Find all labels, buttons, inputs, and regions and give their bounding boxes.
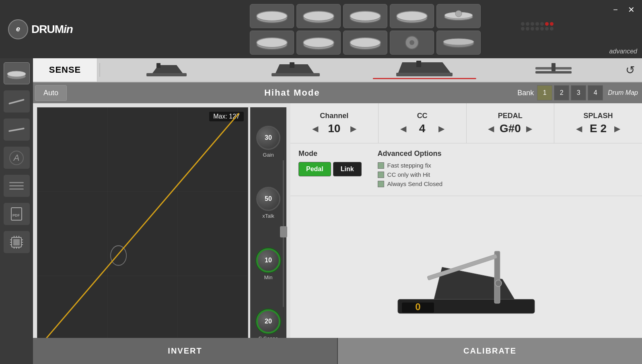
pedal-prev[interactable]: ◀: [488, 124, 494, 133]
svg-point-7: [397, 11, 427, 21]
svg-point-57: [111, 245, 126, 265]
pedal-next[interactable]: ▶: [526, 124, 532, 133]
cc-value: 4: [410, 122, 434, 135]
title-bar: e DRUMin: [0, 0, 642, 58]
svg-line-58: [37, 113, 239, 349]
sidebar-item-stick2[interactable]: [4, 119, 30, 141]
svg-rect-64: [494, 251, 500, 303]
sidebar-item-pdf[interactable]: PDF: [4, 203, 30, 225]
drum-pad-10[interactable]: [436, 31, 481, 55]
drum-pads-row1: [250, 4, 481, 28]
tab-instrument-1[interactable]: [102, 61, 231, 79]
ssense-knob[interactable]: 20: [256, 309, 280, 333]
tab-instrument-4[interactable]: [489, 61, 618, 79]
xtalk-knob[interactable]: 50: [256, 187, 280, 211]
cc-label: CC: [417, 112, 428, 120]
params-row: Channel ◀ 10 ▶ CC ◀ 4 ▶: [290, 103, 642, 143]
send-closed-option: Always Send Closed: [378, 180, 634, 187]
bank-button-3[interactable]: 3: [571, 85, 586, 100]
splash-label: SPLASH: [584, 112, 613, 120]
svg-rect-46: [290, 62, 294, 68]
drum-pad-4[interactable]: [390, 4, 434, 28]
channel-prev[interactable]: ◀: [312, 124, 318, 133]
gain-knob[interactable]: 30: [256, 126, 280, 150]
drum-pad-2[interactable]: [296, 4, 341, 28]
svg-point-20: [443, 39, 474, 45]
cc-hit-checkbox[interactable]: [378, 172, 384, 178]
fast-step-option: Fast stepping fix: [378, 162, 634, 169]
splash-prev[interactable]: ◀: [576, 124, 582, 133]
xtalk-knob-group: 50 xTalk: [256, 187, 280, 219]
close-button[interactable]: ✕: [628, 5, 635, 14]
splash-value: E 2: [586, 122, 610, 135]
content-area: Max: 127: [33, 103, 642, 364]
right-panel: SENSE: [33, 58, 642, 364]
channel-next[interactable]: ▶: [350, 124, 356, 133]
pedal-mode-button[interactable]: Pedal: [298, 162, 331, 176]
svg-point-3: [303, 11, 334, 21]
logo-icon: e: [8, 19, 28, 39]
min-knob-group: 10 Min: [256, 248, 280, 280]
bank-button-2[interactable]: 2: [554, 85, 569, 100]
minimize-button[interactable]: −: [613, 5, 618, 14]
splash-next[interactable]: ▶: [614, 124, 620, 133]
fast-step-checkbox[interactable]: [378, 162, 384, 169]
cc-prev[interactable]: ◀: [400, 124, 406, 133]
svg-rect-44: [272, 73, 320, 76]
svg-point-22: [7, 71, 26, 77]
link-mode-button[interactable]: Link: [333, 162, 362, 176]
curve-canvas[interactable]: Max: 127: [37, 107, 248, 360]
send-closed-checkbox[interactable]: [378, 181, 384, 187]
sidebar-item-chip[interactable]: [4, 231, 30, 253]
drum-pad-1[interactable]: [250, 4, 294, 28]
fast-step-label: Fast stepping fix: [387, 162, 431, 169]
cc-hit-option: CC only with Hit: [378, 171, 634, 178]
svg-rect-28: [13, 239, 20, 245]
channel-group: Channel ◀ 10 ▶: [290, 103, 379, 143]
sidebar-item-drum[interactable]: [4, 62, 30, 84]
drum-pad-7[interactable]: [296, 31, 341, 55]
bank-button-4[interactable]: 4: [588, 85, 603, 100]
bank-button-1[interactable]: 1: [537, 85, 552, 100]
gain-label: Gain: [263, 152, 274, 158]
drum-pad-8[interactable]: [343, 31, 387, 55]
drum-pad-9[interactable]: [390, 31, 434, 55]
right-content: Channel ◀ 10 ▶ CC ◀ 4 ▶: [290, 103, 642, 364]
cc-next[interactable]: ▶: [438, 124, 444, 133]
sidebar-item-a[interactable]: A: [4, 147, 30, 169]
invert-button[interactable]: INVERT: [33, 338, 338, 364]
svg-rect-49: [416, 61, 421, 67]
tab-sense[interactable]: SENSE: [33, 58, 97, 82]
auto-button[interactable]: Auto: [35, 85, 67, 101]
svg-rect-47: [396, 73, 453, 76]
svg-point-5: [350, 11, 381, 21]
svg-rect-43: [156, 63, 160, 68]
min-knob[interactable]: 10: [256, 248, 280, 272]
drum-pads-row2: [250, 31, 481, 55]
drum-pads-area: [88, 0, 642, 59]
reset-button[interactable]: ↺: [618, 63, 642, 77]
logo-area: e DRUMin: [0, 19, 88, 39]
drum-pad-5[interactable]: [436, 4, 481, 28]
bottom-bar: INVERT CALIBRATE: [33, 338, 642, 364]
curve-container: Max: 127: [33, 103, 290, 364]
bank-label: Bank: [517, 89, 534, 97]
splash-group: SPLASH ◀ E 2 ▶: [554, 103, 642, 143]
hihat-pedal-svg: 0: [390, 243, 543, 317]
svg-rect-24: [8, 127, 25, 132]
drum-pad-3[interactable]: [343, 4, 387, 28]
svg-point-14: [303, 38, 334, 47]
svg-text:0: 0: [415, 301, 420, 312]
curve-section: Max: 127: [33, 103, 290, 364]
sidebar-item-lines[interactable]: [4, 175, 30, 197]
options-area: Mode Pedal Link Advanced Options Fast st…: [290, 143, 642, 196]
min-label: Min: [264, 274, 273, 280]
advanced-label: advanced: [609, 48, 637, 55]
advanced-options-section: Advanced Options Fast stepping fix CC on…: [378, 149, 634, 190]
tab-instrument-3[interactable]: [360, 60, 489, 80]
drum-pad-6[interactable]: [250, 31, 294, 55]
tab-instrument-2[interactable]: [231, 61, 360, 79]
sidebar: A PDF: [0, 58, 33, 364]
calibrate-button[interactable]: CALIBRATE: [338, 338, 642, 364]
sidebar-item-stick[interactable]: [4, 90, 30, 112]
